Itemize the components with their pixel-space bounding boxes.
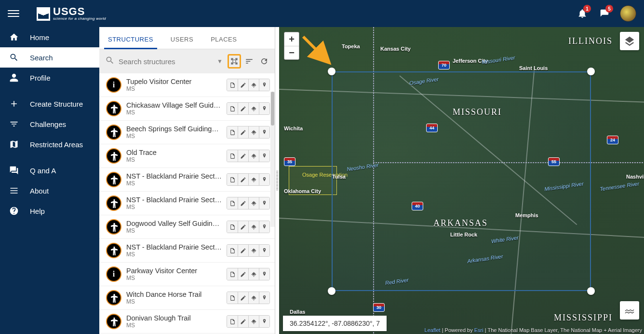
leaflet-link[interactable]: Leaflet — [425, 327, 441, 333]
results-list[interactable]: Tupelo Visitor CenterMSChickasaw Village… — [99, 73, 275, 334]
map-legend-button[interactable] — [620, 301, 639, 320]
result-edit-button[interactable] — [238, 79, 248, 91]
result-edit-button[interactable] — [238, 174, 248, 185]
result-details-button[interactable] — [227, 316, 238, 327]
result-row[interactable]: Dogwood Valley Self Guiding…MS — [99, 215, 275, 239]
tab-structures[interactable]: STRUCTURES — [99, 29, 162, 49]
result-edit-button[interactable] — [238, 150, 248, 162]
result-locate-button[interactable] — [248, 316, 259, 327]
result-actions — [227, 79, 270, 91]
search-input[interactable] — [119, 57, 210, 66]
result-edit-button[interactable] — [238, 245, 248, 256]
result-row[interactable]: Beech Springs Self Guiding…MS — [99, 121, 275, 144]
waves-icon — [624, 305, 635, 316]
usgs-logo[interactable]: USGS science for a changing world — [37, 6, 106, 21]
panel-splitter[interactable] — [275, 27, 279, 334]
tab-users[interactable]: USERS — [162, 29, 202, 49]
selection-handle-se[interactable] — [587, 287, 595, 295]
result-locate-button[interactable] — [248, 292, 259, 304]
sidebar-item-about[interactable]: About — [0, 181, 99, 201]
result-pin-button[interactable] — [259, 103, 269, 114]
tab-places[interactable]: PLACES — [202, 29, 245, 49]
bounding-box-filter-button[interactable] — [228, 54, 241, 69]
result-pin-button[interactable] — [259, 316, 269, 327]
annotation-arrow — [298, 32, 332, 66]
layers-button[interactable] — [620, 32, 639, 50]
result-details-button[interactable] — [227, 174, 238, 185]
result-type-icon — [106, 172, 121, 187]
scrollbar[interactable] — [270, 92, 275, 227]
result-pin-button[interactable] — [259, 292, 269, 304]
sidebar-item-create-structure[interactable]: Create Structure — [0, 94, 99, 114]
inbox-button[interactable]: 5 — [598, 7, 611, 20]
result-row[interactable]: Parkway Visitor CenterMS — [99, 263, 275, 286]
selection-handle-sw[interactable] — [328, 287, 335, 295]
notifications-button[interactable]: 1 — [576, 7, 589, 20]
result-row[interactable]: NST - Blackland Prairie Secti…MS — [99, 192, 275, 215]
sidebar-item-help[interactable]: Help — [0, 201, 99, 221]
result-row[interactable]: Donivan Slough TrailMS — [99, 310, 275, 334]
result-pin-button[interactable] — [259, 268, 269, 280]
result-details-button[interactable] — [227, 126, 238, 138]
sidebar-item-challenges[interactable]: Challenges — [0, 114, 99, 134]
result-details-button[interactable] — [227, 268, 238, 280]
result-locate-button[interactable] — [248, 79, 259, 91]
menu-toggle-button[interactable] — [8, 8, 19, 19]
result-locate-button[interactable] — [248, 150, 259, 162]
result-locate-button[interactable] — [248, 126, 259, 138]
result-pin-button[interactable] — [259, 245, 269, 256]
result-locate-button[interactable] — [248, 221, 259, 233]
result-locate-button[interactable] — [248, 268, 259, 280]
result-edit-button[interactable] — [238, 221, 248, 233]
zoom-in-button[interactable]: + — [284, 32, 299, 46]
result-pin-button[interactable] — [259, 174, 269, 185]
city-label: Memphis — [515, 212, 538, 218]
result-pin-button[interactable] — [259, 126, 269, 138]
result-pin-button[interactable] — [259, 221, 269, 233]
refresh-button[interactable] — [258, 54, 271, 69]
result-row[interactable]: NST - Blackland Prairie Secti…MS — [99, 239, 275, 263]
result-details-button[interactable] — [227, 245, 238, 256]
result-edit-button[interactable] — [238, 292, 248, 304]
sidebar-item-q-and-a[interactable]: Q and A — [0, 160, 99, 181]
result-locate-button[interactable] — [248, 245, 259, 256]
result-type-icon — [106, 77, 121, 93]
result-locate-button[interactable] — [248, 197, 259, 209]
result-pin-button[interactable] — [259, 150, 269, 162]
result-row[interactable]: NST - Blackland Prairie Secti…MS — [99, 168, 275, 192]
result-details-button[interactable] — [227, 103, 238, 114]
result-edit-button[interactable] — [238, 103, 248, 114]
result-edit-button[interactable] — [238, 197, 248, 209]
result-details-button[interactable] — [227, 197, 238, 209]
result-locate-button[interactable] — [248, 103, 259, 114]
sidebar-item-home[interactable]: Home — [0, 27, 99, 47]
result-row[interactable]: Old TraceMS — [99, 144, 275, 168]
result-details-button[interactable] — [227, 79, 238, 91]
selection-handle-nw[interactable] — [328, 68, 335, 75]
result-row[interactable]: Witch Dance Horse TrailMS — [99, 286, 275, 310]
map-viewport[interactable]: Osage Reservation + − 36.2354122°, -87.0… — [279, 27, 644, 334]
result-details-button[interactable] — [227, 221, 238, 233]
result-row[interactable]: Chickasaw Village Self Guidi…MS — [99, 97, 275, 121]
result-edit-button[interactable] — [238, 268, 248, 280]
result-edit-button[interactable] — [238, 126, 248, 138]
esri-link[interactable]: Esri — [474, 327, 483, 333]
result-details-button[interactable] — [227, 292, 238, 304]
result-edit-button[interactable] — [238, 316, 248, 327]
result-locate-button[interactable] — [248, 174, 259, 185]
result-text: Donivan Slough TrailMS — [126, 314, 222, 329]
sidebar-item-profile[interactable]: Profile — [0, 68, 99, 88]
sidebar-item-restricted-areas[interactable]: Restricted Areas — [0, 134, 99, 154]
zoom-out-button[interactable]: − — [284, 46, 299, 59]
result-details-button[interactable] — [227, 150, 238, 162]
search-filter-dropdown[interactable]: ▼ — [214, 58, 226, 65]
sort-button[interactable] — [243, 54, 256, 69]
user-avatar[interactable] — [620, 5, 636, 22]
result-row[interactable]: Tupelo Visitor CenterMS — [99, 73, 275, 97]
selection-handle-ne[interactable] — [587, 68, 595, 75]
result-pin-button[interactable] — [259, 197, 269, 209]
sidebar-item-search[interactable]: Search — [0, 47, 99, 68]
map-selection-box[interactable] — [332, 71, 591, 291]
interstate-shield: 55 — [548, 157, 560, 166]
result-pin-button[interactable] — [259, 79, 269, 91]
